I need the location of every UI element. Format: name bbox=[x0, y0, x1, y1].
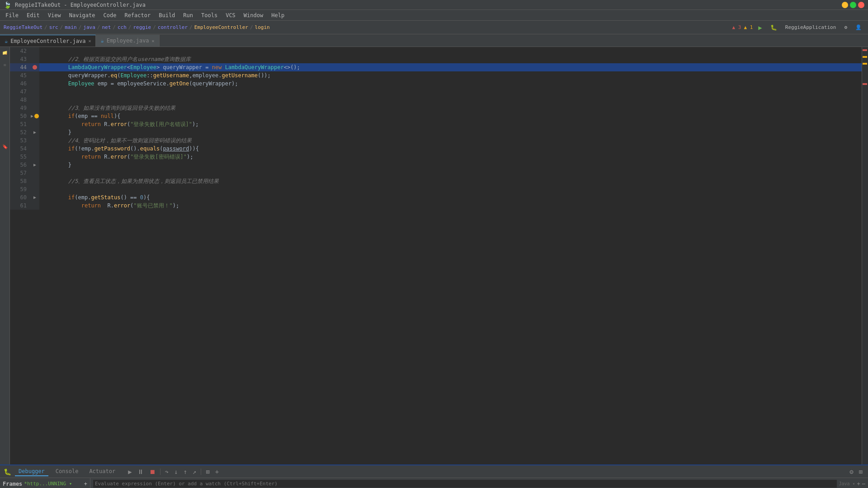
run-button[interactable]: ▶ bbox=[755, 23, 764, 32]
menu-item-run[interactable]: Run bbox=[179, 11, 197, 19]
code-line-48: 48 bbox=[10, 96, 862, 104]
code-line-58: 58 //5、查看员工状态，如果为禁用状态，则返回员工已禁用结果 bbox=[10, 177, 862, 185]
menu-item-help[interactable]: Help bbox=[268, 11, 288, 19]
code-line-59: 59 bbox=[10, 185, 862, 193]
debug-step-out-btn[interactable]: ↑ bbox=[181, 467, 189, 476]
evaluate-input[interactable] bbox=[93, 480, 837, 488]
code-line-47: 47 bbox=[10, 88, 862, 96]
breadcrumb-controller[interactable]: controller bbox=[158, 24, 188, 30]
code-line-52: 52 ▶ } bbox=[10, 128, 862, 136]
tab-employeecontroller[interactable]: ☕ EmployeeController.java ✕ bbox=[0, 35, 96, 47]
menu-bar: FileEditViewNavigateCodeRefactorBuildRun… bbox=[0, 10, 868, 21]
frames-add-btn[interactable]: + bbox=[84, 481, 87, 487]
maximize-button[interactable]: □ bbox=[850, 2, 856, 8]
breadcrumb-reggie[interactable]: reggie bbox=[133, 24, 151, 30]
code-line-44: 44 LambdaQueryWrapper<Employee> queryWra… bbox=[10, 63, 862, 71]
project-icon[interactable]: 📁 bbox=[1, 49, 8, 58]
code-line-51: 51 return R.error("登录失败[用户名错误]"); bbox=[10, 120, 862, 128]
app-icon: 🍃 bbox=[4, 1, 11, 9]
variables-header: Java ▾ + ⋯ bbox=[90, 478, 868, 488]
tab-java-icon-2: ☕ bbox=[100, 38, 104, 44]
minimize-button[interactable]: − bbox=[842, 2, 848, 8]
menu-item-window[interactable]: Window bbox=[240, 11, 267, 19]
code-line-55: 55 return R.error("登录失败[密码错误]"); bbox=[10, 153, 862, 161]
margin-error-1 bbox=[863, 49, 867, 51]
debug-evaluate-btn[interactable]: ⊞ bbox=[204, 467, 211, 476]
debug-toolbar: 🐛 Debugger Console Actuator ▶ ⏸ ⏹ ↷ ↓ ↑ … bbox=[0, 465, 868, 478]
more-options-btn[interactable]: ⋯ bbox=[862, 481, 865, 487]
toolbar-right: ▲ 3 ▲ 1 ▶ 🐛 ReggieApplication ⚙ 👤 bbox=[732, 23, 864, 32]
warning-50[interactable] bbox=[34, 114, 39, 118]
menu-item-view[interactable]: View bbox=[44, 11, 65, 19]
window-title: ReggieITakeOut - EmployeeController.java bbox=[15, 2, 146, 8]
breakpoint-44[interactable] bbox=[33, 65, 37, 70]
debug-actions: ▶ ⏸ ⏹ ↷ ↓ ↑ ↗ ⊞ + bbox=[126, 467, 221, 476]
tab-employee[interactable]: ☕ Employee.java ✕ bbox=[96, 35, 159, 47]
debug-add-watch-btn[interactable]: + bbox=[213, 467, 221, 476]
debug-pause-btn[interactable]: ⏸ bbox=[136, 467, 146, 476]
menu-item-build[interactable]: Build bbox=[155, 11, 179, 19]
java-badge: Java ▾ bbox=[839, 481, 855, 486]
tab-java-icon: ☕ bbox=[5, 38, 8, 44]
code-line-50: 50 ▶ if(emp == null){ bbox=[10, 112, 862, 120]
tab-close-employeecontroller[interactable]: ✕ bbox=[88, 38, 91, 43]
debug-tab-console[interactable]: Console bbox=[52, 467, 82, 476]
add-watch-btn[interactable]: + bbox=[857, 481, 860, 487]
code-line-49: 49 //3、如果没有查询到则返回登录失败的结果 bbox=[10, 104, 862, 112]
structure-icon[interactable]: ≡ bbox=[2, 61, 7, 69]
code-line-61: 61 return R.error("账号已禁用！"); bbox=[10, 202, 862, 210]
warn-count-badge: ▲ 1 bbox=[744, 24, 753, 30]
title-left: 🍃 ReggieITakeOut - EmployeeController.ja… bbox=[4, 1, 146, 9]
margin-warning-1 bbox=[863, 56, 867, 58]
main-area: 📁 ≡ 🔖 42 43 //2、根据页面提交的用户名username查询数据库 … bbox=[0, 47, 868, 465]
menu-item-tools[interactable]: Tools bbox=[198, 11, 221, 19]
tab-close-employee[interactable]: ✕ bbox=[152, 38, 155, 43]
menu-item-edit[interactable]: Edit bbox=[23, 11, 43, 19]
breadcrumb-net[interactable]: net bbox=[102, 24, 111, 30]
menu-item-code[interactable]: Code bbox=[100, 11, 120, 19]
breadcrumb-login[interactable]: login bbox=[255, 24, 270, 30]
menu-item-file[interactable]: File bbox=[2, 11, 22, 19]
breadcrumb-java[interactable]: java bbox=[83, 24, 95, 30]
code-editor[interactable]: 42 43 //2、根据页面提交的用户名username查询数据库 44 Lam… bbox=[10, 47, 862, 465]
debug-step-into-btn[interactable]: ↓ bbox=[172, 467, 179, 476]
code-line-53: 53 //4、密码比对，如果不一致则返回密码错误的结果 bbox=[10, 136, 862, 145]
debug-step-over-btn[interactable]: ↷ bbox=[163, 467, 170, 476]
run-app-label[interactable]: ReggieApplication bbox=[783, 23, 839, 31]
breadcrumb-main[interactable]: main bbox=[65, 24, 77, 30]
code-content-area[interactable]: 42 43 //2、根据页面提交的用户名username查询数据库 44 Lam… bbox=[10, 47, 862, 465]
menu-item-navigate[interactable]: Navigate bbox=[66, 11, 99, 19]
debug-icon: 🐛 bbox=[4, 468, 11, 475]
left-side-panel: 📁 ≡ 🔖 bbox=[0, 47, 10, 465]
window-controls: − □ ✕ bbox=[842, 2, 864, 8]
tab-label: EmployeeController.java bbox=[10, 38, 85, 44]
menu-item-refactor[interactable]: Refactor bbox=[121, 11, 154, 19]
frames-title: Frames bbox=[3, 481, 22, 487]
settings-icon[interactable]: ⚙ bbox=[841, 23, 850, 31]
title-bar: 🍃 ReggieITakeOut - EmployeeController.ja… bbox=[0, 0, 868, 10]
debug-resume-btn[interactable]: ▶ bbox=[126, 467, 133, 476]
debug-run-to-cursor-btn[interactable]: ↗ bbox=[191, 467, 198, 476]
debug-button[interactable]: 🐛 bbox=[768, 23, 780, 32]
debug-tab-debugger[interactable]: Debugger bbox=[15, 467, 48, 476]
debug-settings-btn[interactable]: ⚙ bbox=[848, 467, 855, 476]
debug-panel: 🐛 Debugger Console Actuator ▶ ⏸ ⏹ ↷ ↓ ↑ … bbox=[0, 465, 868, 488]
thread-select[interactable]: *http...UNNING ▾ bbox=[24, 481, 72, 487]
debug-stop-btn[interactable]: ⏹ bbox=[147, 467, 157, 476]
toolbar: ReggieTakeOut / src / main / java / net … bbox=[0, 21, 868, 34]
code-line-42: 42 bbox=[10, 47, 862, 55]
breadcrumb-employeecontroller[interactable]: EmployeeController bbox=[194, 24, 248, 30]
menu-item-vcs[interactable]: VCS bbox=[222, 11, 239, 19]
debug-tab-actuator[interactable]: Actuator bbox=[85, 467, 119, 476]
app-name[interactable]: ReggieTakeOut bbox=[4, 24, 42, 30]
breadcrumb-src[interactable]: src bbox=[49, 24, 58, 30]
breadcrumb-cch[interactable]: cch bbox=[118, 24, 127, 30]
code-line-56: 56 ▶ } bbox=[10, 161, 862, 169]
user-icon[interactable]: 👤 bbox=[853, 23, 864, 31]
error-count-badge: ▲ 3 bbox=[732, 24, 741, 30]
frames-panel: Frames *http...UNNING ▾ + login:44, Empl… bbox=[0, 478, 90, 488]
code-line-43: 43 //2、根据页面提交的用户名username查询数据库 bbox=[10, 55, 862, 63]
debug-layout-btn[interactable]: ⊞ bbox=[857, 467, 864, 476]
bookmarks-icon[interactable]: 🔖 bbox=[1, 142, 9, 151]
close-button[interactable]: ✕ bbox=[858, 2, 864, 8]
